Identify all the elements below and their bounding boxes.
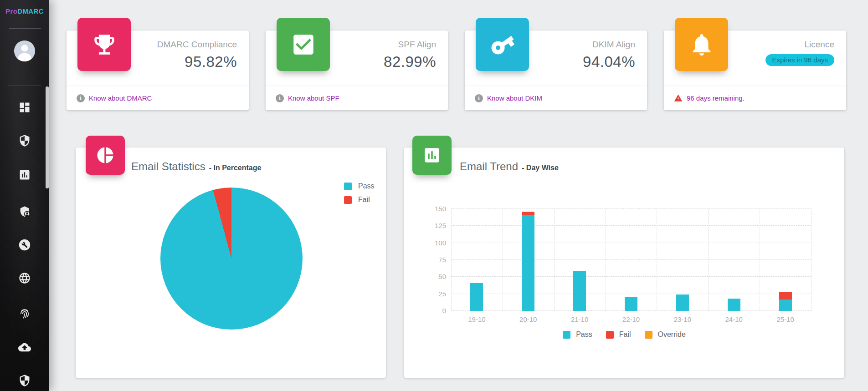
gridline [708, 209, 709, 311]
avatar[interactable] [14, 41, 35, 61]
info-icon: i [77, 94, 85, 102]
bar-segment-pass-23-10 [676, 295, 689, 311]
legend-label: Fail [619, 330, 631, 339]
x-tick-label: 19-10 [451, 315, 503, 323]
fail-swatch [606, 331, 614, 339]
sidebar-divider [8, 86, 41, 86]
gridline [451, 225, 811, 226]
tools-wrench-icon [18, 239, 31, 251]
gridline [657, 209, 657, 311]
email-trend-card: Email Trend - Day Wise 0255075100125150 … [404, 147, 844, 378]
legend-item-fail[interactable]: Fail [344, 196, 375, 204]
legend-item-override[interactable]: Override [645, 330, 686, 339]
bar-y-axis-labels: 0255075100125150 [418, 209, 446, 311]
licence-card: Licence Expires in 96 days 96 days remai… [664, 30, 846, 110]
gridline [451, 243, 811, 243]
gridline [811, 209, 812, 311]
dmarc-compliance-card: DMARC Compliance 95.82% i Know about DMA… [67, 30, 249, 110]
sidebar-divider [9, 28, 41, 29]
y-tick-label: 100 [435, 239, 446, 247]
warning-icon [674, 94, 683, 102]
know-about-spf-link[interactable]: Know about SPF [288, 94, 339, 102]
bar-segment-fail-25-10 [779, 292, 792, 299]
pass-swatch [563, 331, 570, 339]
pie-chart-icon [86, 136, 125, 175]
legend-label: Pass [358, 182, 375, 190]
know-about-dmarc-link[interactable]: Know about DMARC [89, 94, 152, 102]
know-about-dkim-link[interactable]: Know about DKIM [487, 94, 542, 102]
gridline [760, 209, 760, 311]
y-tick-label: 50 [438, 273, 446, 280]
stat-label: DKIM Align [583, 40, 635, 50]
legend-item-fail[interactable]: Fail [606, 330, 631, 339]
brand-prefix: Pro [5, 7, 17, 15]
brand-logo[interactable]: ProDMARC [5, 7, 44, 15]
sidebar-item-forensics[interactable] [0, 307, 49, 320]
bar-segment-pass-24-10 [728, 299, 740, 311]
y-tick-label: 0 [442, 307, 446, 315]
security-shield-icon [18, 134, 31, 147]
dkim-align-card: DKIM Align 94.04% i Know about DKIM [465, 30, 647, 110]
legend-item-pass[interactable]: Pass [344, 182, 375, 190]
chart-title: Email Trend [460, 160, 518, 173]
licence-warning-text: 96 days remaining. [687, 94, 745, 102]
stat-value: 94.04% [583, 53, 635, 71]
shield-icon [18, 374, 31, 387]
stat-value: 82.99% [384, 53, 436, 71]
gridline [451, 259, 811, 260]
bar-segment-pass-22-10 [625, 297, 637, 311]
bell-icon [675, 18, 728, 71]
sidebar-item-user-security[interactable] [0, 205, 49, 218]
chart-subtitle: - In Percentage [209, 164, 262, 172]
sidebar-item-upload[interactable] [0, 340, 49, 354]
gridline [606, 209, 606, 311]
bar-segment-pass-21-10 [573, 271, 586, 311]
x-tick-label: 23-10 [657, 315, 708, 323]
sidebar-item-security[interactable] [0, 134, 49, 147]
legend-item-pass[interactable]: Pass [563, 330, 592, 339]
checkbox-icon [277, 18, 330, 71]
gridline [451, 276, 811, 277]
x-tick-label: 24-10 [708, 315, 760, 323]
user-shield-icon [18, 205, 31, 218]
pie-chart [160, 188, 303, 330]
x-tick-label: 20-10 [503, 315, 554, 323]
stat-label: DMARC Compliance [157, 40, 237, 50]
chart-title: Email Statistics [131, 160, 205, 173]
sidebar-item-domains[interactable] [0, 271, 49, 285]
stat-value: 95.82% [157, 53, 237, 71]
cloud-upload-icon [18, 341, 31, 354]
dashboard-icon [18, 101, 31, 114]
x-tick-label: 22-10 [606, 315, 657, 323]
bar-segment-pass-20-10 [522, 215, 534, 311]
pass-swatch [344, 183, 352, 190]
override-swatch [645, 331, 652, 339]
key-icon [476, 18, 529, 71]
y-tick-label: 150 [435, 205, 446, 213]
spf-align-card: SPF Align 82.99% i Know about SPF [266, 30, 448, 110]
sidebar-item-shield[interactable] [0, 374, 49, 387]
sidebar-item-dashboard[interactable] [0, 101, 49, 114]
legend-label: Fail [358, 196, 370, 204]
x-tick-label: 25-10 [760, 315, 811, 323]
sidebar-item-tools[interactable] [0, 238, 49, 252]
legend-label: Override [658, 330, 686, 339]
info-icon: i [475, 94, 483, 102]
domains-globe-icon [18, 272, 31, 284]
bar-segment-pass-25-10 [779, 300, 792, 311]
gridline [451, 294, 811, 294]
gridline [503, 209, 503, 311]
sidebar-item-reports[interactable] [0, 168, 49, 182]
stat-label: Licence [765, 40, 834, 50]
y-tick-label: 75 [438, 256, 446, 264]
bar-segment-fail-20-10 [522, 212, 534, 215]
legend-label: Pass [576, 330, 592, 339]
bar-plot [451, 209, 811, 311]
y-tick-label: 125 [435, 222, 446, 229]
fingerprint-icon [18, 307, 31, 320]
stat-label: SPF Align [384, 40, 436, 50]
bar-segment-pass-19-10 [470, 283, 483, 311]
chart-subtitle: - Day Wise [522, 164, 559, 172]
bar-chart-icon [412, 136, 452, 175]
fail-swatch [344, 196, 352, 204]
